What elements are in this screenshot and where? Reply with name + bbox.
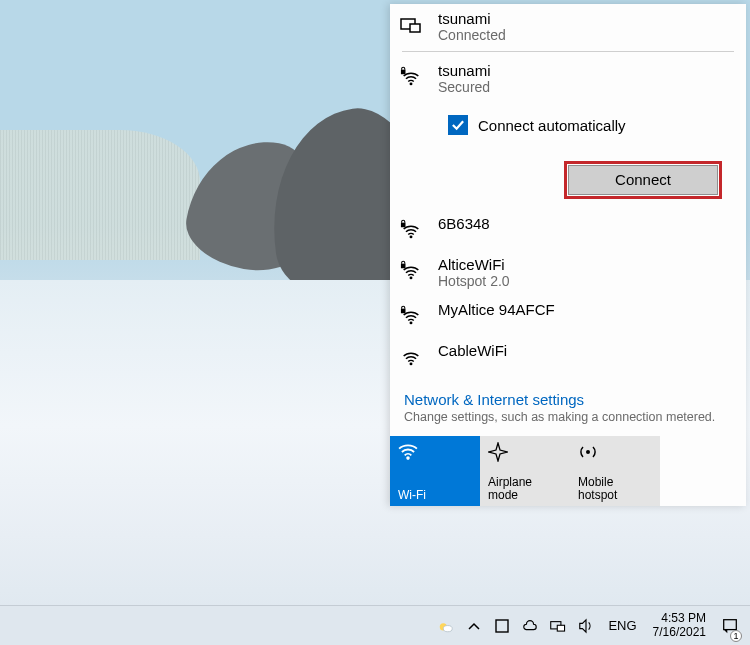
tray-onedrive-icon[interactable] (518, 606, 542, 646)
tray-app-icon[interactable] (490, 606, 514, 646)
network-settings-link[interactable]: Network & Internet settings Change setti… (390, 377, 746, 436)
wifi-item[interactable]: AlticeWiFiHotspot 2.0 (390, 250, 746, 295)
tray-time: 4:53 PM (653, 612, 706, 626)
tray-overflow-icon[interactable] (462, 606, 486, 646)
wifi-secured-icon (400, 301, 426, 330)
wifi-item[interactable]: MyAltice 94AFCF (390, 295, 746, 336)
taskbar: ENG 4:53 PM 7/16/2021 1 (0, 605, 750, 645)
tile-wifi-label: Wi-Fi (398, 489, 471, 502)
tile-hotspot[interactable]: Mobile hotspot (570, 436, 660, 506)
ethernet-icon (400, 10, 426, 39)
tile-wifi[interactable]: Wi-Fi (390, 436, 480, 506)
wifi-name: CableWiFi (438, 342, 736, 359)
wifi-selected-name: tsunami (438, 62, 736, 79)
airplane-icon (488, 442, 508, 462)
tile-hotspot-label: Mobile hotspot (578, 476, 651, 502)
tray-volume-icon[interactable] (574, 606, 598, 646)
auto-connect-checkbox[interactable] (448, 115, 468, 135)
tray-weather-icon[interactable] (434, 606, 458, 646)
settings-subtitle: Change settings, such as making a connec… (404, 410, 732, 424)
wifi-secured-icon (400, 215, 426, 244)
ethernet-name: tsunami (438, 10, 736, 27)
separator (402, 51, 734, 52)
wifi-name: MyAltice 94AFCF (438, 301, 736, 318)
wifi-item[interactable]: 6B6348 (390, 209, 746, 250)
network-flyout: tsunami Connected tsunami Secured Connec… (390, 4, 746, 506)
notification-badge: 1 (730, 630, 742, 642)
tray-date: 7/16/2021 (653, 626, 706, 640)
quick-tiles: Wi-Fi Airplane mode Mobile hotspot (390, 436, 746, 506)
tile-airplane[interactable]: Airplane mode (480, 436, 570, 506)
tray-network-icon[interactable] (546, 606, 570, 646)
auto-connect-row[interactable]: Connect automatically (448, 115, 736, 135)
tray-action-center[interactable]: 1 (716, 606, 744, 646)
ethernet-item[interactable]: tsunami Connected (390, 4, 746, 49)
wifi-selected-status: Secured (438, 79, 736, 95)
ethernet-status: Connected (438, 27, 736, 43)
connect-highlight: Connect (564, 161, 722, 199)
wifi-subtitle: Hotspot 2.0 (438, 273, 736, 289)
auto-connect-label: Connect automatically (478, 117, 626, 134)
settings-title: Network & Internet settings (404, 391, 732, 408)
wifi-secured-icon (400, 62, 426, 95)
connect-button[interactable]: Connect (568, 165, 718, 195)
wifi-name: 6B6348 (438, 215, 736, 232)
hotspot-icon (578, 442, 598, 462)
tray-clock[interactable]: 4:53 PM 7/16/2021 (647, 612, 712, 640)
wifi-name: AlticeWiFi (438, 256, 736, 273)
wifi-item[interactable]: CableWiFi (390, 336, 746, 377)
tile-airplane-label: Airplane mode (488, 476, 561, 502)
tray-language[interactable]: ENG (602, 618, 642, 633)
wifi-icon (398, 442, 418, 462)
wifi-open-icon (400, 342, 426, 371)
wifi-secured-icon (400, 256, 426, 285)
wifi-item-selected[interactable]: tsunami Secured Connect automatically Co… (390, 56, 746, 209)
